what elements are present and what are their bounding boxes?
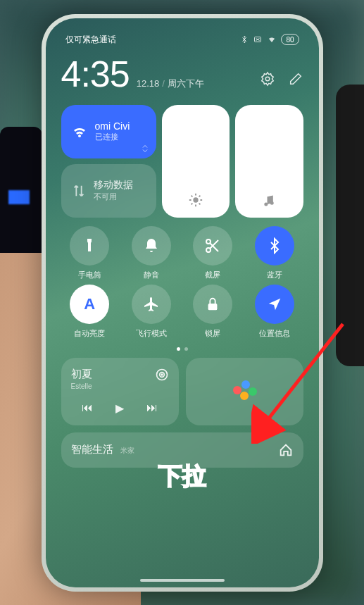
lock-icon bbox=[205, 297, 220, 312]
bluetooth-status-icon bbox=[240, 35, 249, 44]
brightness-icon bbox=[188, 192, 203, 208]
chevron-expand-icon bbox=[141, 144, 149, 153]
clock-time: 4:35 bbox=[61, 53, 130, 95]
smart-title: 智能生活 bbox=[71, 443, 113, 455]
status-icons: 80 bbox=[240, 34, 299, 45]
svg-point-5 bbox=[206, 239, 211, 244]
smart-home-card[interactable]: 智能生活 米家 bbox=[61, 432, 303, 468]
clock-row: 4:35 12.18/周六下午 bbox=[61, 53, 303, 95]
svg-point-2 bbox=[193, 197, 198, 202]
network-status: 仅可紧急通话 bbox=[65, 34, 116, 46]
location-arrow-icon bbox=[267, 297, 282, 312]
data-status: 不可用 bbox=[94, 192, 133, 202]
home-indicator[interactable] bbox=[140, 579, 225, 582]
data-arrows-icon bbox=[71, 183, 87, 199]
music-artist: Estelle bbox=[71, 382, 92, 390]
bluetooth-icon bbox=[266, 237, 283, 254]
svg-point-10 bbox=[161, 374, 163, 375]
airplane-toggle[interactable]: 飞行模式 bbox=[123, 285, 180, 339]
smart-sub: 米家 bbox=[120, 447, 134, 454]
page-indicator bbox=[61, 347, 303, 351]
edit-icon[interactable] bbox=[288, 71, 303, 89]
scissors-icon bbox=[204, 237, 221, 254]
no-sim-icon bbox=[253, 35, 263, 44]
svg-point-4 bbox=[270, 201, 274, 204]
airplane-icon bbox=[143, 296, 160, 313]
control-center: 仅可紧急通话 80 4:35 12.18/周六下午 bbox=[46, 18, 319, 587]
lock-toggle[interactable]: 锁屏 bbox=[184, 285, 242, 339]
screenshot-toggle[interactable]: 截屏 bbox=[184, 226, 242, 280]
mobile-data-tile[interactable]: 移动数据 不可用 bbox=[61, 164, 156, 218]
bluetooth-toggle[interactable]: 蓝牙 bbox=[246, 226, 303, 280]
brightness-slider[interactable] bbox=[162, 105, 230, 218]
music-note-icon bbox=[262, 194, 276, 208]
clock-date: 12.18/周六下午 bbox=[137, 77, 204, 90]
flashlight-icon bbox=[81, 237, 98, 254]
mute-toggle[interactable]: 静音 bbox=[123, 226, 180, 280]
wifi-ssid: omi Civi bbox=[95, 120, 130, 132]
flashlight-toggle[interactable]: 手电筒 bbox=[61, 226, 119, 280]
svg-point-6 bbox=[206, 248, 211, 252]
wifi-status: 已连接 bbox=[95, 132, 130, 142]
prev-track-button[interactable]: ⏮ bbox=[82, 401, 93, 415]
play-button[interactable]: ▶ bbox=[115, 401, 124, 415]
svg-point-1 bbox=[265, 77, 270, 81]
status-bar: 仅可紧急通话 80 bbox=[61, 31, 303, 53]
location-toggle[interactable]: 位置信息 bbox=[246, 285, 303, 339]
svg-point-3 bbox=[265, 202, 268, 206]
music-title: 初夏 bbox=[71, 368, 92, 381]
xiaoai-icon bbox=[230, 378, 258, 406]
battery-indicator: 80 bbox=[281, 34, 299, 45]
wifi-status-icon bbox=[267, 35, 277, 44]
phone-frame: 仅可紧急通话 80 4:35 12.18/周六下午 bbox=[42, 14, 323, 592]
audio-output-icon[interactable] bbox=[155, 368, 169, 382]
wifi-tile[interactable]: omi Civi 已连接 bbox=[61, 105, 156, 158]
next-track-button[interactable]: ⏭ bbox=[146, 401, 158, 415]
assistant-card[interactable] bbox=[186, 358, 303, 425]
music-card[interactable]: 初夏 Estelle ⏮ ▶ ⏭ bbox=[61, 358, 179, 425]
mijia-icon bbox=[278, 442, 294, 458]
volume-slider[interactable] bbox=[235, 105, 303, 218]
wifi-icon bbox=[71, 123, 88, 140]
settings-icon[interactable] bbox=[260, 71, 275, 89]
svg-rect-7 bbox=[208, 304, 218, 310]
bell-icon bbox=[143, 237, 160, 254]
data-label: 移动数据 bbox=[94, 179, 133, 192]
auto-brightness-toggle[interactable]: A 自动亮度 bbox=[61, 285, 119, 339]
